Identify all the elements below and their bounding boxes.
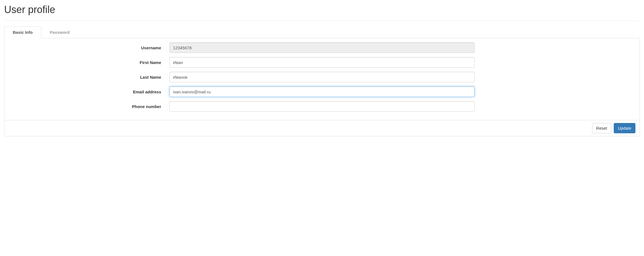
username-label: Username	[9, 45, 165, 50]
email-label: Email address	[9, 89, 165, 94]
last-name-label: Last Name	[9, 75, 165, 80]
phone-label: Phone number	[9, 104, 165, 109]
panel-body: Username First Name Last Name Email addr…	[4, 38, 640, 120]
field-row-first-name: First Name	[9, 57, 635, 68]
update-button[interactable]: Update	[614, 123, 635, 133]
field-row-email: Email address	[9, 86, 635, 97]
first-name-label: First Name	[9, 60, 165, 65]
field-row-phone: Phone number	[9, 101, 635, 112]
username-input	[169, 42, 475, 53]
last-name-input[interactable]	[169, 72, 475, 82]
profile-panel: Username First Name Last Name Email addr…	[4, 38, 640, 136]
tab-basic-info[interactable]: Basic Info	[4, 26, 41, 38]
page-title: User profile	[4, 4, 640, 15]
field-row-username: Username	[9, 42, 635, 53]
first-name-input[interactable]	[169, 57, 475, 68]
reset-button[interactable]: Reset	[592, 123, 611, 133]
field-row-last-name: Last Name	[9, 72, 635, 82]
username-input-wrap	[165, 42, 479, 53]
tab-list: Basic Info Password	[4, 26, 640, 38]
panel-footer: Reset Update	[4, 120, 640, 136]
profile-form: Username First Name Last Name Email addr…	[9, 42, 635, 112]
tab-basic-info-label[interactable]: Basic Info	[4, 26, 41, 38]
tab-password-label[interactable]: Password	[41, 26, 78, 38]
page-header: User profile	[4, 4, 640, 21]
last-name-input-wrap	[165, 72, 479, 82]
phone-input-wrap	[165, 101, 479, 112]
email-input[interactable]	[169, 86, 475, 97]
first-name-input-wrap	[165, 57, 479, 68]
tab-password[interactable]: Password	[41, 26, 78, 38]
email-input-wrap	[165, 86, 479, 97]
phone-input[interactable]	[169, 101, 475, 112]
